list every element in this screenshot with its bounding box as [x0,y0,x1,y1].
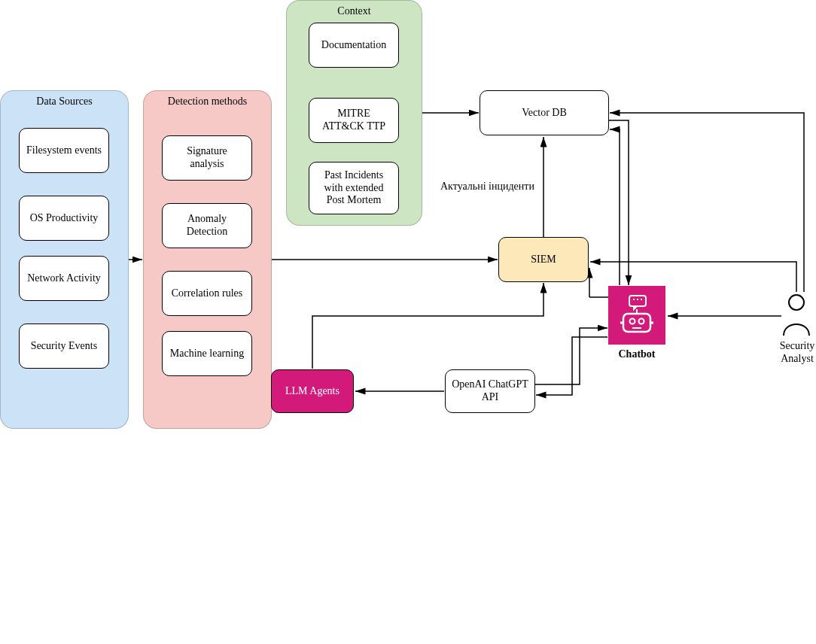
group-title-context: Context [287,1,422,17]
block-filesystem-events: Filesystem events [19,128,109,173]
svg-rect-12 [623,314,650,332]
svg-point-13 [630,319,635,324]
block-openai-api: OpenAI ChatGPT API [445,369,535,413]
block-security-events: Security Events [19,324,109,369]
block-network-activity: Network Activity [19,256,109,301]
svg-point-14 [639,319,644,324]
block-correlation-rules: Correlation rules [162,271,252,316]
block-vector-db: Vector DB [480,90,609,135]
svg-point-19 [789,295,804,310]
block-signature-analysis: Signature analysis [162,135,252,181]
block-documentation: Documentation [309,23,399,68]
block-llm-agents: LLM Agents [271,369,354,413]
block-mitre: MITRE ATT&CK TTP [309,98,399,143]
block-os-productivity: OS Productivity [19,196,109,241]
chatbot-icon [608,286,665,345]
svg-rect-8 [629,296,646,306]
edge-label-current-incidents: Актуальні інциденти [440,181,534,193]
security-analyst-label: Security Analyst [771,340,816,366]
block-siem: SIEM [498,237,589,282]
block-past-incidents: Past Incidents with extended Post Mortem [309,162,399,214]
security-analyst-icon [781,292,811,337]
group-title-data-sources: Data Sources [1,91,128,108]
block-anomaly-detection: Anomaly Detection [162,203,252,248]
group-title-detection-methods: Detection methods [144,91,271,108]
diagram-canvas: Data Sources Filesystem events OS Produc… [0,0,816,644]
chatbot-label: Chatbot [599,348,674,360]
block-machine-learning: Machine learning [162,331,252,376]
